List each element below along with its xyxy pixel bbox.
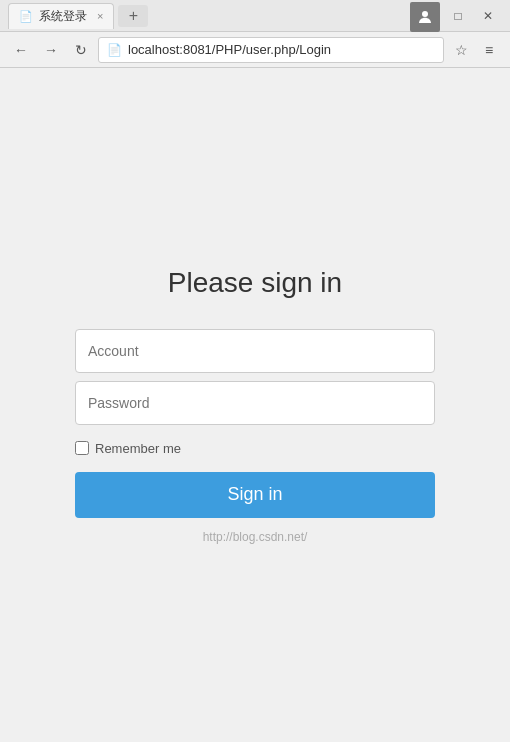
tab-title: 系统登录 xyxy=(39,8,87,25)
remember-me-label: Remember me xyxy=(95,441,181,456)
account-field-group xyxy=(75,329,435,373)
login-container: Please sign in Remember me Sign in http:… xyxy=(75,267,435,544)
menu-button[interactable]: ≡ xyxy=(476,37,502,63)
page-icon: 📄 xyxy=(107,43,122,57)
address-bar[interactable]: 📄 localhost:8081/PHP/user.php/Login xyxy=(98,37,444,63)
new-tab-icon: + xyxy=(129,7,138,25)
close-button[interactable]: ✕ xyxy=(474,6,502,26)
back-button[interactable]: ← xyxy=(8,37,34,63)
tab-close-button[interactable]: × xyxy=(97,10,103,22)
maximize-button[interactable]: □ xyxy=(444,6,472,26)
remember-me-group: Remember me xyxy=(75,441,435,456)
login-title: Please sign in xyxy=(168,267,342,299)
user-avatar xyxy=(410,2,440,32)
title-bar-left: 📄 系统登录 × + xyxy=(8,3,148,29)
toolbar-right: ☆ ≡ xyxy=(448,37,502,63)
navigation-toolbar: ← → ↻ 📄 localhost:8081/PHP/user.php/Logi… xyxy=(0,32,510,68)
sign-in-button[interactable]: Sign in xyxy=(75,472,435,518)
remember-me-checkbox[interactable] xyxy=(75,441,89,455)
blog-url: http://blog.csdn.net/ xyxy=(203,530,308,544)
password-input[interactable] xyxy=(75,381,435,425)
url-text: localhost:8081/PHP/user.php/Login xyxy=(128,42,435,57)
page-content: Please sign in Remember me Sign in http:… xyxy=(0,68,510,742)
bookmark-button[interactable]: ☆ xyxy=(448,37,474,63)
browser-window: 📄 系统登录 × + — □ ✕ ← → ↻ 📄 localh xyxy=(0,0,510,742)
tab-page-icon: 📄 xyxy=(19,10,33,23)
title-bar: 📄 系统登录 × + — □ ✕ xyxy=(0,0,510,32)
password-field-group xyxy=(75,381,435,425)
forward-button[interactable]: → xyxy=(38,37,64,63)
new-tab-button[interactable]: + xyxy=(118,5,148,27)
browser-tab[interactable]: 📄 系统登录 × xyxy=(8,3,114,29)
svg-point-0 xyxy=(422,11,428,17)
refresh-button[interactable]: ↻ xyxy=(68,37,94,63)
account-input[interactable] xyxy=(75,329,435,373)
